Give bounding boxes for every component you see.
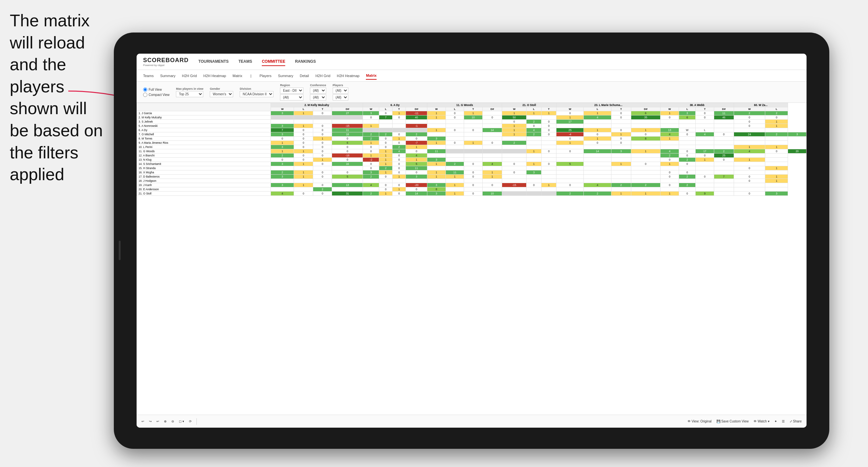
watch-btn[interactable]: 👁 Watch ▾ [753,419,770,423]
redo-btn[interactable]: ↪ [149,419,152,423]
matrix-cell: 2 [271,170,294,175]
gender-select[interactable]: Women's [210,91,233,97]
matrix-cell: 0 [294,154,313,158]
matrix-cell [556,187,584,191]
sub-nav-summary2[interactable]: Summary [278,72,293,80]
matrix-cell: 0 [313,175,332,179]
full-view-label[interactable]: Full View [143,88,169,92]
matrix-cell: 2 [527,120,541,124]
matrix-cell [734,187,765,191]
compact-view-label[interactable]: Compact View [143,93,169,97]
sub-nav-summary[interactable]: Summary [160,72,175,80]
matrix-cell: 0 [556,183,584,187]
matrix-cell [679,145,695,149]
table-row: 17. D Ballesteros310520131101020701 [137,175,807,179]
sub-nav-h2h-heatmap2[interactable]: H2H Heatmap [337,72,360,80]
sub-nav-matrix2[interactable]: Matrix [366,72,376,80]
matrix-cell: 0 [714,132,734,136]
matrix-cell: 1 [734,158,765,162]
matrix-cell: 3 [427,158,446,162]
hdr-mk-w: W [271,107,294,111]
matrix-cell: 1 [695,158,714,162]
matrix-cell: 0 [393,141,406,145]
matrix-cell: 3 [363,111,379,116]
compact-view-radio[interactable] [143,93,147,97]
max-players-select[interactable]: Top 25 [176,91,203,97]
refresh-btn[interactable]: ⟳ [189,419,191,423]
player-name-cell: 9. A Maria Jimenez Rios [137,141,271,145]
nav-tournaments[interactable]: TOURNAMENTS [198,58,229,66]
grid-btn[interactable]: ☰ [782,419,785,423]
view-original-btn[interactable]: 👁 View: Original [687,419,712,423]
undo-btn[interactable]: ↩ [142,419,144,423]
matrix-cell [464,132,483,136]
col-group-1: 2. M Kelly Mulcahy [271,103,363,107]
matrix-area[interactable]: 2. M Kelly Mulcahy 6. A Dy 11. G Woods 2… [136,103,807,420]
filter-bar: Full View Compact View Max players in vi… [136,82,807,103]
matrix-cell [695,120,714,124]
matrix-cell: 2 [527,132,541,136]
conference-sub-select[interactable]: (All) [310,94,326,100]
sub-nav-matrix[interactable]: Matrix [232,72,242,80]
sub-nav-h2h-heatmap[interactable]: H2H Heatmap [203,72,226,80]
sub-nav-h2h-grid2[interactable]: H2H Grid [315,72,331,80]
matrix-cell: 0 [363,116,379,120]
nav-committee[interactable]: COMMITTEE [262,58,285,66]
matrix-cell: 0 [363,162,379,166]
hdr-lm-dif: Dif [631,107,660,111]
nav-rankings[interactable]: RANKINGS [295,58,316,66]
matrix-cell [631,124,660,128]
sub-nav-h2h-grid[interactable]: H2H Grid [182,72,197,80]
share-btn[interactable]: ⤢ Share [789,419,802,423]
sub-nav-teams[interactable]: Teams [143,72,154,80]
matrix-cell: 3 [271,183,294,187]
players-sub-select[interactable]: (All) [333,94,348,100]
matrix-cell: 1 [427,162,446,166]
matrix-cell [611,166,631,170]
matrix-cell [631,120,660,124]
matrix-cell [734,170,765,175]
matrix-cell [445,124,464,128]
zoom-in-btn[interactable]: ⊕ [164,419,166,423]
matrix-cell [660,145,679,149]
matrix-cell: 0 [695,175,714,179]
player-name-cell: 13. N Klug [137,158,271,162]
matrix-cell: 1 [294,183,313,187]
division-select[interactable]: NCAA Division II [240,91,274,97]
full-view-radio[interactable] [143,88,147,92]
extra-btn[interactable]: ✦ [774,419,777,423]
matrix-cell: 2 [379,132,393,136]
hdr-os-l: L [527,107,541,111]
matrix-cell: 11 [406,166,427,170]
matrix-table: 2. M Kelly Mulcahy 6. A Dy 11. G Woods 2… [136,103,807,196]
players-select[interactable]: (All) [333,88,348,94]
player-name-cell: 17. D Ballesteros [137,175,271,179]
matrix-cell: 4 [527,128,541,132]
matrix-cell: 0 [631,162,660,166]
matrix-cell: 1 [393,136,406,141]
zoom-out-btn[interactable]: ⊖ [172,419,174,423]
zoom-select-btn[interactable]: ◻ ▾ [179,419,184,423]
matrix-cell [445,166,464,170]
save-view-btn[interactable]: 💾 Save Custom View [716,419,749,423]
matrix-cell [541,116,556,120]
table-row: 11. G Woods11000140111001431401724020 [137,149,807,154]
table-row: 15. H Stranda0201101 [137,166,807,170]
matrix-cell [631,175,660,179]
sub-nav-detail[interactable]: Detail [300,72,309,80]
region-select[interactable]: East - DII [280,88,303,94]
matrix-cell: 0 [313,141,332,145]
matrix-cell [363,120,379,124]
matrix-cell: 0 [482,141,502,145]
nav-teams[interactable]: TEAMS [238,58,252,66]
conference-select[interactable]: (All) [310,88,326,94]
matrix-cell: 0 [294,145,313,149]
sub-nav-players[interactable]: Players [259,72,272,80]
matrix-cell: 0 [660,116,679,120]
matrix-cell: 1 [502,128,527,132]
matrix-cell: 1 [427,175,446,179]
matrix-cell: 13 [332,183,363,187]
max-players-group: Max players in view Top 25 [176,87,203,97]
back-btn[interactable]: ↩ [156,419,159,423]
region-sub-select[interactable]: (All) [280,94,303,100]
